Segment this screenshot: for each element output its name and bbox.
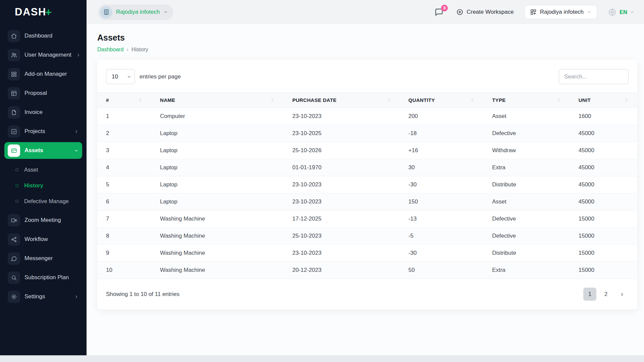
- cell-index: 2: [97, 125, 151, 142]
- sidebar-nav: DashboardUser ManagementAdd-on ManagerPr…: [0, 24, 87, 355]
- brand-logo[interactable]: DASH +: [0, 0, 87, 24]
- sidebar-subitem-defective-manage[interactable]: Defective Manage: [6, 193, 82, 209]
- cell-purchase-date: 25-10-2026: [283, 142, 399, 159]
- globe-icon: [608, 8, 617, 17]
- sidebar-item-zoom-meeting[interactable]: Zoom Meeting: [4, 212, 82, 229]
- table-row: 1Computer23-10-2023200Asset1600: [97, 108, 637, 125]
- pagination-next-button[interactable]: ›: [615, 288, 629, 301]
- table-row: 7Washing Machine17-12-2025-13Defective15…: [97, 210, 637, 228]
- sidebar-item-label: Proposal: [24, 90, 79, 97]
- cell-type: Distribute: [483, 176, 570, 193]
- column-header-type[interactable]: TYPE: [483, 93, 570, 108]
- breadcrumb: Dashboard › History: [97, 46, 637, 53]
- sort-icon: [624, 98, 629, 102]
- workspace-menu-button[interactable]: Rajodiya infotech: [525, 5, 597, 19]
- sidebar-subitem-history[interactable]: History: [6, 178, 82, 193]
- sidebar-subitem-label: History: [24, 182, 43, 189]
- sidebar-item-label: Dashboard: [24, 33, 79, 39]
- pagination-page-2[interactable]: 2: [599, 288, 612, 301]
- chevron-right-icon: [74, 294, 79, 299]
- sidebar-item-subscription-plan[interactable]: Subscription Plan: [4, 269, 82, 286]
- sidebar-item-label: Settings: [24, 293, 69, 300]
- dot-circle-icon: [14, 183, 19, 188]
- cell-index: 8: [97, 228, 151, 245]
- cell-quantity: 30: [400, 159, 484, 176]
- share-icon: [8, 233, 20, 246]
- sidebar-item-messenger[interactable]: Messenger: [4, 250, 82, 267]
- create-workspace-label: Create Workspace: [467, 9, 514, 15]
- search-input[interactable]: [559, 69, 629, 84]
- sidebar-item-settings[interactable]: Settings: [4, 288, 82, 305]
- table-row: 4Laptop01-01-197030Extra45000: [97, 159, 637, 176]
- sidebar-item-assets[interactable]: Assets: [4, 142, 82, 159]
- cell-name: Laptop: [151, 159, 283, 176]
- sidebar-item-add-on-manager[interactable]: Add-on Manager: [4, 66, 82, 82]
- column-header-purchase-date[interactable]: PURCHASE DATE: [283, 93, 399, 108]
- sidebar-item-label: User Management: [24, 52, 71, 58]
- cell-name: Washing Machine: [151, 262, 283, 279]
- cell-type: Distribute: [483, 245, 570, 262]
- topbar: Rajodiya infotech 0 Create Workspace Raj…: [87, 0, 644, 24]
- cell-unit: 45000: [570, 176, 637, 193]
- pagination: 12›: [583, 288, 629, 301]
- message-icon: [8, 252, 20, 265]
- entries-per-page: 10 entries per page: [106, 69, 181, 84]
- plus-circle-icon: [456, 8, 464, 16]
- language-selector[interactable]: EN: [606, 7, 637, 17]
- cell-name: Washing Machine: [151, 245, 283, 262]
- sidebar-subitem-asset[interactable]: Asset: [6, 162, 82, 178]
- column-header-label: NAME: [160, 97, 175, 103]
- cell-name: Laptop: [151, 193, 283, 210]
- breadcrumb-dashboard-link[interactable]: Dashboard: [97, 47, 123, 53]
- messages-badge: 0: [441, 5, 448, 11]
- cell-unit: 1600: [570, 108, 637, 125]
- cell-name: Washing Machine: [151, 228, 283, 245]
- main-column: Rajodiya infotech 0 Create Workspace Raj…: [87, 0, 644, 355]
- breadcrumb-separator: ›: [126, 46, 128, 53]
- cell-type: Defective: [483, 125, 570, 142]
- sidebar-item-proposal[interactable]: Proposal: [4, 85, 82, 102]
- sidebar-item-invoice[interactable]: Invoice: [4, 104, 82, 121]
- column-header-label: TYPE: [492, 97, 505, 103]
- cell-unit: 15000: [570, 228, 637, 245]
- sidebar-item-workflow[interactable]: Workflow: [4, 231, 82, 248]
- column-header-unit[interactable]: UNIT: [570, 93, 637, 108]
- cell-quantity: 200: [400, 108, 484, 125]
- chevron-down-icon: [587, 10, 592, 14]
- chevron-right-icon: [74, 129, 79, 134]
- sidebar: DASH + DashboardUser ManagementAdd-on Ma…: [0, 0, 87, 355]
- entries-per-page-label: entries per page: [140, 73, 181, 80]
- history-table: #NAMEPURCHASE DATEQUANTITYTYPEUNIT 1Comp…: [97, 92, 637, 279]
- column-header-name[interactable]: NAME: [151, 93, 283, 108]
- sidebar-item-dashboard[interactable]: Dashboard: [4, 27, 82, 44]
- cell-quantity: -5: [400, 228, 484, 245]
- workspace-switcher[interactable]: Rajodiya infotech: [98, 4, 173, 20]
- cell-unit: 45000: [570, 142, 637, 159]
- sidebar-item-projects[interactable]: Projects: [4, 123, 82, 140]
- workspace-switcher-label: Rajodiya infotech: [116, 9, 160, 15]
- create-workspace-button[interactable]: Create Workspace: [454, 8, 516, 16]
- pagination-page-1[interactable]: 1: [583, 288, 596, 301]
- table-row: 8Washing Machine25-10-2023-5Defective150…: [97, 228, 637, 245]
- entries-per-page-select[interactable]: 10: [106, 69, 135, 84]
- sidebar-item-label: Assets: [24, 147, 69, 154]
- messages-button[interactable]: 0: [432, 6, 445, 19]
- gear-icon: [8, 291, 20, 303]
- check-square-icon: [8, 125, 20, 138]
- file-icon: [8, 106, 20, 119]
- cell-type: Defective: [483, 228, 570, 245]
- sidebar-item-user-management[interactable]: User Management: [4, 47, 82, 63]
- table-head: #NAMEPURCHASE DATEQUANTITYTYPEUNIT: [97, 93, 637, 108]
- table-row: 9Washing Machine23-10-2023-30Distribute1…: [97, 245, 637, 262]
- cell-purchase-date: 01-01-1970: [283, 159, 399, 176]
- cell-name: Laptop: [151, 125, 283, 142]
- language-label: EN: [620, 9, 627, 15]
- cell-index: 10: [97, 262, 151, 279]
- sidebar-subitem-label: Defective Manage: [24, 198, 69, 204]
- sidebar-item-label: Workflow: [24, 236, 79, 243]
- column-header-index[interactable]: #: [97, 93, 151, 108]
- video-icon: [8, 214, 20, 227]
- column-header-quantity[interactable]: QUANTITY: [400, 93, 484, 108]
- cell-name: Washing Machine: [151, 210, 283, 228]
- table-controls: 10 entries per page: [97, 69, 637, 84]
